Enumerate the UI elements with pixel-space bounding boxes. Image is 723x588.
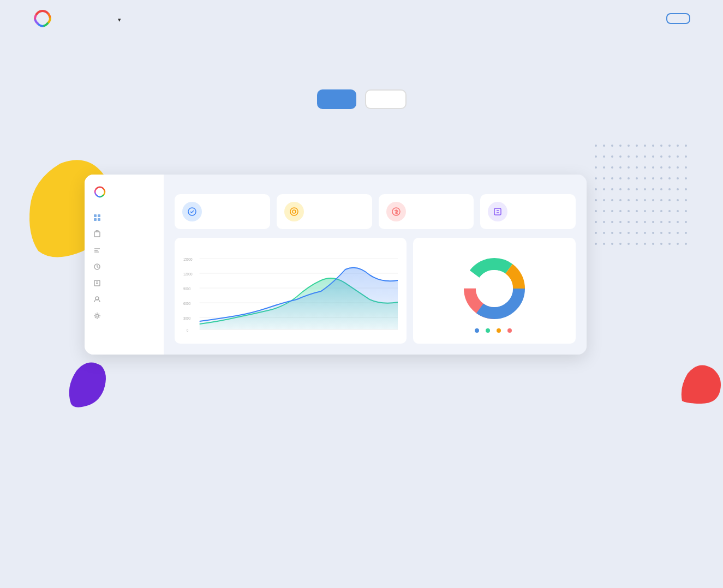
charts-row: 15000 12000 9000 6000 3000 0: [175, 238, 576, 344]
orders-icon: [93, 279, 101, 287]
sidebar-item-customers[interactable]: [85, 291, 164, 308]
line-chart-svg: 15000 12000 9000 6000 3000 0: [183, 253, 398, 335]
svg-point-42: [476, 270, 513, 307]
svg-point-18: [292, 210, 296, 213]
sales-performance-chart: 15000 12000 9000 6000 3000 0: [175, 238, 407, 344]
sidebar-item-products[interactable]: [85, 226, 164, 242]
view-docs-button[interactable]: [365, 89, 407, 109]
hero-section: [0, 37, 723, 131]
donut-svg: [459, 253, 530, 324]
svg-rect-2: [94, 214, 97, 217]
navigation: [0, 0, 723, 37]
line-chart-area: 15000 12000 9000 6000 3000 0: [183, 253, 398, 335]
legend-guest: [475, 328, 481, 333]
svg-rect-20: [494, 208, 501, 215]
products-icon: [93, 230, 101, 238]
svg-point-0: [34, 10, 51, 27]
mock-sidebar: [85, 175, 164, 355]
sidebar-item-settings[interactable]: [85, 308, 164, 324]
legend-dot-retail: [486, 328, 490, 333]
product-types-icon: [93, 247, 101, 254]
svg-text:28 Dec: 28 Dec: [337, 334, 348, 335]
sidebar-item-product-types[interactable]: [85, 242, 164, 259]
svg-point-17: [290, 208, 298, 215]
svg-text:0: 0: [187, 328, 188, 332]
nav-links: [79, 14, 666, 23]
stat-icon-turnover: [386, 202, 406, 221]
key-features-button[interactable]: [317, 89, 356, 109]
stat-icon-orders: [488, 202, 507, 221]
legend-dot-guest: [475, 328, 479, 333]
svg-text:3000: 3000: [183, 316, 190, 320]
svg-text:6000: 6000: [183, 301, 190, 305]
settings-icon: [93, 312, 101, 320]
customer-group-chart: [413, 238, 576, 344]
svg-rect-4: [94, 218, 97, 221]
customers-icon: [93, 296, 101, 303]
hero-buttons: [11, 89, 712, 109]
legend-retail: [486, 328, 492, 333]
logo[interactable]: [33, 9, 57, 28]
svg-text:15000: 15000: [183, 257, 193, 261]
donut-legend: [475, 328, 514, 333]
sidebar-item-dashboard[interactable]: [85, 209, 164, 226]
svg-text:9000: 9000: [183, 286, 190, 291]
red-blob-decoration: [679, 360, 723, 404]
legend-dot-trade: [497, 328, 501, 333]
stat-card-customers: [277, 194, 372, 229]
svg-text:22 Dec: 22 Dec: [200, 334, 210, 335]
purple-blob-decoration: [65, 355, 109, 409]
legend-dot-distributor: [507, 328, 512, 333]
stat-card-turnover: [379, 194, 474, 229]
mock-main-content: 15000 12000 9000 6000 3000 0: [164, 175, 587, 355]
donut-area: [422, 253, 567, 333]
legend-trade: [497, 328, 503, 333]
mock-logo: [85, 185, 164, 209]
nav-developers[interactable]: [118, 14, 121, 23]
stat-cards-row: [175, 194, 576, 229]
svg-rect-5: [98, 218, 100, 221]
dot-grid-decoration: const dg = document.querySelector('.dot-…: [592, 142, 690, 251]
svg-text:12000: 12000: [183, 272, 193, 276]
svg-text:26 Dec: 26 Dec: [292, 334, 303, 335]
mock-logo-icon: [93, 185, 106, 199]
legend-distributor: [507, 328, 514, 333]
svg-rect-3: [98, 214, 100, 217]
sidebar-item-orders[interactable]: [85, 275, 164, 291]
stat-card-products: [175, 194, 270, 229]
sidebar-item-collections[interactable]: [85, 259, 164, 275]
dashboard-mockup: 15000 12000 9000 6000 3000 0: [85, 175, 587, 355]
visual-section: const dg = document.querySelector('.dot-…: [0, 142, 723, 404]
svg-point-15: [96, 315, 99, 317]
collections-icon: [93, 263, 101, 271]
stat-icon-customers: [284, 202, 304, 221]
svg-text:24 Dec: 24 Dec: [246, 334, 256, 335]
svg-rect-11: [94, 280, 100, 286]
stat-card-orders: [480, 194, 576, 229]
logo-icon: [33, 9, 52, 28]
stat-icon-products: [182, 202, 202, 221]
documentation-button[interactable]: [666, 13, 690, 24]
svg-text:30 Dec: 30 Dec: [382, 334, 392, 335]
dashboard-icon: [93, 214, 101, 221]
svg-rect-6: [94, 232, 100, 237]
